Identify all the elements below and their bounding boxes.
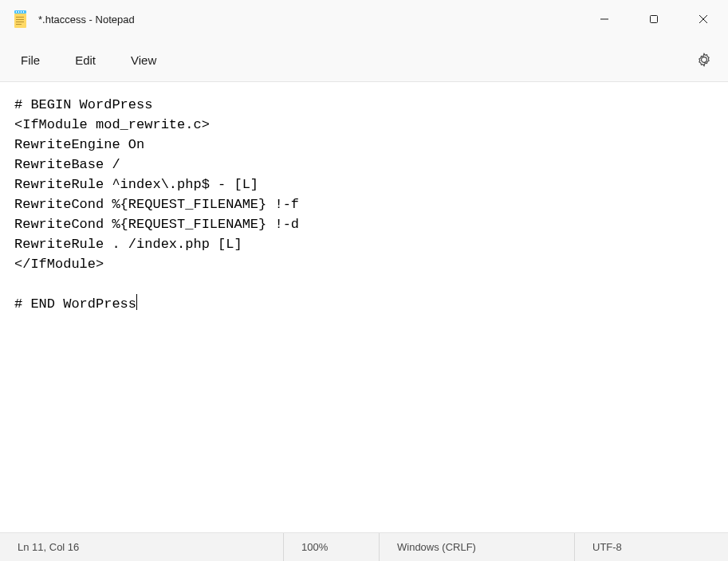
editor-content: # BEGIN WordPress <IfModule mod_rewrite.… bbox=[14, 97, 299, 312]
text-editor[interactable]: # BEGIN WordPress <IfModule mod_rewrite.… bbox=[0, 82, 728, 532]
status-position: Ln 11, Col 16 bbox=[0, 533, 283, 561]
menu-view[interactable]: View bbox=[118, 49, 169, 72]
svg-rect-8 bbox=[16, 22, 24, 22]
minimize-button[interactable] bbox=[580, 0, 629, 38]
svg-rect-3 bbox=[21, 11, 22, 13]
svg-rect-6 bbox=[16, 17, 24, 18]
status-line-ending: Windows (CRLF) bbox=[379, 533, 574, 561]
svg-rect-1 bbox=[16, 11, 17, 13]
close-button[interactable] bbox=[679, 0, 728, 38]
window-title: *.htaccess - Notepad bbox=[38, 14, 135, 26]
svg-rect-7 bbox=[16, 19, 24, 20]
svg-rect-11 bbox=[651, 16, 658, 23]
menu-file[interactable]: File bbox=[8, 49, 53, 72]
title-bar: *.htaccess - Notepad bbox=[0, 0, 728, 38]
status-zoom: 100% bbox=[283, 533, 379, 561]
status-encoding: UTF-8 bbox=[574, 533, 728, 561]
settings-button[interactable] bbox=[688, 45, 720, 74]
window-controls bbox=[580, 0, 728, 38]
svg-rect-2 bbox=[18, 11, 19, 13]
gear-icon bbox=[697, 53, 711, 67]
status-bar: Ln 11, Col 16 100% Windows (CRLF) UTF-8 bbox=[0, 532, 728, 561]
svg-rect-9 bbox=[16, 24, 22, 25]
menu-bar: File Edit View bbox=[0, 38, 728, 81]
maximize-button[interactable] bbox=[629, 0, 679, 38]
text-cursor bbox=[136, 294, 137, 310]
notepad-icon bbox=[11, 10, 27, 28]
menu-edit[interactable]: Edit bbox=[62, 49, 108, 72]
svg-rect-5 bbox=[14, 14, 26, 28]
svg-rect-4 bbox=[23, 11, 24, 13]
